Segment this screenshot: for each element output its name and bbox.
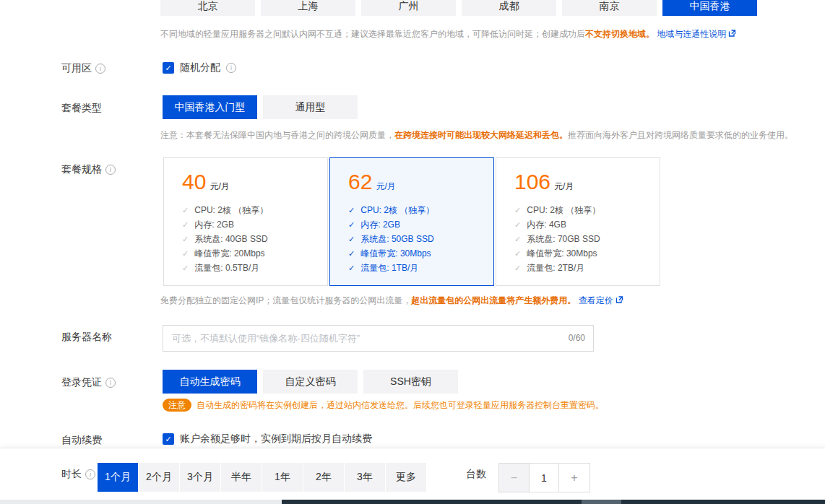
- char-counter: 0/60: [569, 333, 585, 343]
- spec-card-40[interactable]: 40 元/月 CPU: 2核 （独享） 内存: 2GB 系统盘: 40GB SS…: [163, 157, 328, 286]
- price-unit: 元/月: [554, 181, 574, 193]
- minus-button[interactable]: −: [499, 464, 530, 492]
- auto-renew-row-label: 自动续费: [61, 434, 102, 447]
- plus-button[interactable]: +: [559, 464, 589, 492]
- bundle-type-tabs: 中国香港入门型 通用型: [163, 95, 358, 119]
- pricing-link[interactable]: 查看定价: [579, 295, 613, 305]
- spec-bandwidth: 峰值带宽: 20Mbps: [182, 246, 327, 261]
- check-icon: [514, 232, 521, 246]
- spec-cpu: CPU: 2核 （独享）: [348, 203, 493, 217]
- region-tab-chengdu[interactable]: 成都: [462, 0, 556, 16]
- price-value: 62: [348, 170, 372, 194]
- spec-disk: 系统盘: 40GB SSD: [182, 232, 327, 246]
- bundle-spec-cards: 40 元/月 CPU: 2核 （独享） 内存: 2GB 系统盘: 40GB SS…: [163, 157, 660, 286]
- spec-cpu: CPU: 2核 （独享）: [182, 203, 327, 217]
- spec-traffic: 流量包: 0.5TB/月: [182, 261, 327, 275]
- zone-random-info-icon[interactable]: [226, 63, 236, 73]
- duration-3-years[interactable]: 3年: [345, 463, 385, 492]
- duration-info-icon[interactable]: [85, 469, 95, 479]
- bundle-type-note-prefix: 注意：本套餐无法保障中国内地与香港之间的跨境公网质量，: [160, 130, 394, 140]
- check-icon: [182, 203, 189, 217]
- notice-badge: 注意: [163, 399, 191, 412]
- duration-more[interactable]: 更多: [386, 463, 426, 492]
- price-row: 106 元/月: [514, 170, 660, 194]
- check-icon: [182, 232, 189, 246]
- check-icon: [182, 246, 189, 261]
- login-label: 登录凭证: [61, 376, 102, 389]
- check-icon: [182, 261, 189, 275]
- traffic-note-warning: 超出流量包的公网出流量将产生额外费用。: [411, 295, 576, 305]
- duration-row-label: 时长: [61, 468, 95, 481]
- bundle-spec-info-icon[interactable]: [105, 165, 116, 175]
- region-tab-beijing[interactable]: 北京: [160, 0, 255, 16]
- external-link-icon: [615, 295, 623, 306]
- spec-cpu: CPU: 2核 （独享）: [514, 203, 660, 217]
- login-row-label: 登录凭证: [61, 376, 116, 389]
- zone-info-icon[interactable]: [95, 64, 105, 74]
- check-icon: [514, 217, 521, 232]
- region-tab-guangzhou[interactable]: 广州: [361, 0, 456, 16]
- server-name-label: 服务器名称: [61, 331, 112, 344]
- quantity-value[interactable]: 1: [530, 464, 559, 492]
- bundle-spec-label: 套餐规格: [61, 163, 102, 176]
- auto-renew-checkbox[interactable]: [163, 433, 174, 445]
- check-icon: [348, 203, 355, 217]
- login-tab-custom-password[interactable]: 自定义密码: [263, 370, 358, 394]
- spec-memory: 内存: 4GB: [514, 217, 660, 232]
- check-icon: [514, 203, 521, 217]
- traffic-note: 免费分配独立的固定公网IP；流量包仅统计服务器的公网出流量，超出流量包的公网出流…: [160, 295, 623, 307]
- login-tab-ssh-key[interactable]: SSH密钥: [363, 370, 458, 394]
- spec-memory: 内存: 2GB: [348, 217, 493, 232]
- check-icon: [182, 217, 189, 232]
- horizontal-scrollbar[interactable]: [0, 500, 825, 504]
- duration-label: 时长: [61, 468, 82, 481]
- traffic-note-prefix: 免费分配独立的固定公网IP；流量包仅统计服务器的公网出流量，: [160, 295, 411, 305]
- check-icon: [348, 261, 355, 275]
- region-tab-shanghai[interactable]: 上海: [261, 0, 355, 16]
- zone-random-label: 随机分配: [180, 61, 220, 74]
- duration-1-year[interactable]: 1年: [262, 463, 303, 492]
- price-value: 106: [514, 170, 550, 194]
- spec-card-106[interactable]: 106 元/月 CPU: 2核 （独享） 内存: 4GB 系统盘: 70GB S…: [496, 157, 660, 286]
- check-icon: [348, 246, 355, 261]
- duration-2-months[interactable]: 2个月: [139, 463, 179, 492]
- zone-row-label: 可用区: [61, 62, 105, 75]
- bundle-type-note-warning: 在跨境连接时可能出现较大网络延迟和丢包。: [394, 130, 568, 140]
- login-tab-auto-password[interactable]: 自动生成密码: [163, 370, 257, 394]
- region-tab-nanjing[interactable]: 南京: [562, 0, 657, 16]
- scrollbar-thumb[interactable]: [582, 500, 621, 504]
- bundle-type-note: 注意：本套餐无法保障中国内地与香港之间的跨境公网质量，在跨境连接时可能出现较大网…: [160, 129, 793, 142]
- duration-options: 1个月 2个月 3个月 半年 1年 2年 3年 更多: [98, 463, 426, 492]
- spec-disk: 系统盘: 70GB SSD: [514, 232, 660, 246]
- price-unit: 元/月: [376, 181, 395, 193]
- zone-label: 可用区: [61, 62, 92, 75]
- zone-random-checkbox[interactable]: [163, 62, 174, 74]
- server-name-input[interactable]: [163, 325, 594, 352]
- auto-renew-text: 账户余额足够时，实例到期后按月自动续费: [180, 433, 372, 446]
- spec-disk: 系统盘: 50GB SSD: [348, 232, 493, 246]
- duration-2-years[interactable]: 2年: [303, 463, 344, 492]
- login-tabs: 自动生成密码 自定义密码 SSH密钥: [163, 370, 458, 394]
- check-icon: [348, 232, 355, 246]
- bundle-type-tab-hk-entry[interactable]: 中国香港入门型: [163, 95, 257, 119]
- duration-half-year[interactable]: 半年: [221, 463, 262, 492]
- login-info-icon[interactable]: [105, 378, 116, 388]
- footer-bar: 时长 1个月 2个月 3个月 半年 1年 2年 3年 更多 台数 − 1 +: [0, 448, 825, 500]
- check-icon: [514, 261, 521, 275]
- region-connectivity-link[interactable]: 地域与连通性说明: [657, 29, 726, 39]
- bundle-type-label: 套餐类型: [61, 102, 102, 115]
- region-tab-bar: 北京 上海 广州 成都 南京 中国香港: [160, 0, 757, 16]
- duration-1-month[interactable]: 1个月: [98, 463, 138, 492]
- spec-list: CPU: 2核 （独享） 内存: 4GB 系统盘: 70GB SSD 峰值带宽:…: [514, 203, 660, 275]
- region-note-warning: 不支持切换地域。: [585, 29, 655, 39]
- duration-3-months[interactable]: 3个月: [180, 463, 220, 492]
- purchase-page: 北京 上海 广州 成都 南京 中国香港 不同地域的轻量应用服务器之间默认内网不互…: [0, 0, 825, 504]
- price-unit: 元/月: [210, 181, 229, 193]
- bundle-spec-row-label: 套餐规格: [61, 163, 116, 176]
- spec-card-62-selected[interactable]: 62 元/月 CPU: 2核 （独享） 内存: 2GB 系统盘: 50GB SS…: [329, 157, 494, 286]
- region-tab-hongkong[interactable]: 中国香港: [662, 0, 757, 16]
- bundle-type-tab-general[interactable]: 通用型: [263, 95, 358, 119]
- bundle-type-note-suffix: 推荐面向海外客户且对跨境网络质量要求低的的业务使用。: [568, 130, 793, 140]
- price-row: 40 元/月: [182, 170, 327, 194]
- spec-traffic: 流量包: 2TB/月: [514, 261, 660, 275]
